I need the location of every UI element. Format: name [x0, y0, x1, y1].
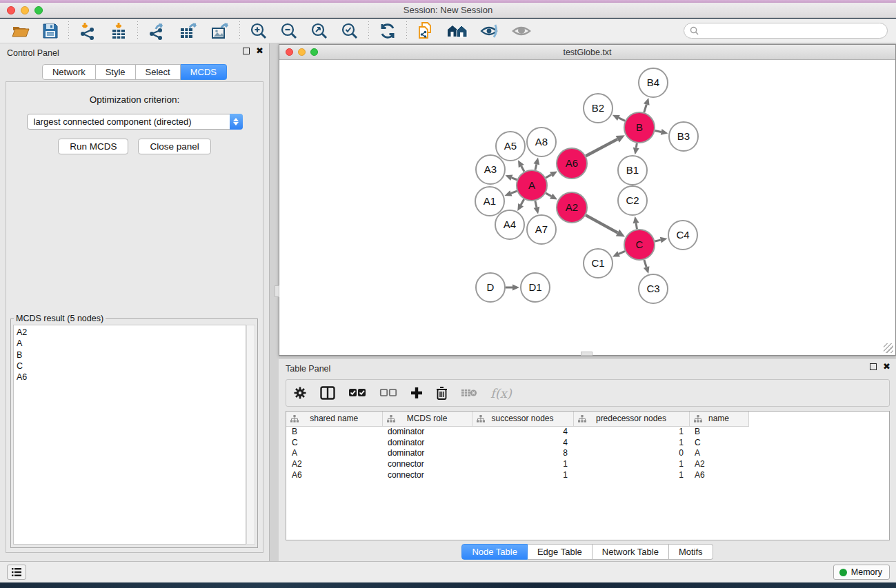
deselect-all-button[interactable]	[379, 388, 397, 398]
window-resize-grip[interactable]	[884, 343, 893, 353]
panel-divider-handle-bottom[interactable]	[581, 352, 593, 356]
network-window-titlebar[interactable]: testGlobe.txt	[279, 45, 895, 60]
edge-B-B1[interactable]	[636, 143, 637, 148]
mcds-result-list[interactable]: A2ABCA6	[13, 325, 246, 545]
tab-network-table[interactable]: Network Table	[593, 544, 669, 560]
column-view-button[interactable]	[320, 386, 335, 400]
tab-network[interactable]: Network	[42, 64, 96, 80]
table-row[interactable]: Adominator80A	[286, 448, 889, 459]
graph-node-A[interactable]: A	[517, 170, 547, 201]
edge-C-C3[interactable]	[644, 260, 646, 267]
tab-edge-table[interactable]: Edge Table	[528, 544, 593, 560]
duplicate-network-button[interactable]	[410, 21, 441, 41]
network-canvas[interactable]: B4B2BB3A5A8A6A3B1AA1C2A2A4A7CC4C1C3DD1	[280, 61, 895, 354]
graph-node-B[interactable]: B	[624, 112, 655, 143]
function-builder-button[interactable]: f(x)	[490, 386, 512, 401]
edge-A-A8[interactable]	[535, 164, 537, 170]
zoom-out-button[interactable]	[274, 21, 304, 41]
open-session-button[interactable]	[6, 21, 36, 41]
graph-node-B3[interactable]: B3	[669, 122, 698, 151]
result-item[interactable]: B	[17, 349, 246, 361]
criterion-select[interactable]: largest connected component (directed)	[27, 114, 243, 130]
table-row[interactable]: Bdominator41B	[286, 426, 889, 437]
import-network-button[interactable]	[72, 21, 103, 41]
search-field[interactable]	[684, 23, 888, 39]
result-item[interactable]: A6	[17, 372, 246, 383]
tab-mcds[interactable]: MCDS	[181, 64, 227, 80]
zoom-in-button[interactable]	[243, 21, 274, 41]
run-mcds-button[interactable]: Run MCDS	[58, 139, 128, 154]
edge-B-B4[interactable]	[644, 105, 647, 112]
delete-column-button[interactable]	[436, 386, 448, 400]
result-item[interactable]: C	[17, 361, 246, 372]
edge-A-A4[interactable]	[521, 199, 524, 205]
graph-node-C4[interactable]: C4	[668, 221, 697, 250]
hide-panels-button[interactable]	[474, 21, 506, 41]
panel-divider-handle-left[interactable]	[275, 285, 279, 297]
edge-A-A6[interactable]	[546, 174, 551, 177]
edge-A-A2[interactable]	[546, 193, 551, 196]
tab-style[interactable]: Style	[96, 64, 136, 80]
tab-node-table[interactable]: Node Table	[461, 544, 528, 560]
search-input[interactable]	[702, 26, 882, 36]
graph-node-B1[interactable]: B1	[618, 156, 647, 185]
import-table-button[interactable]	[103, 21, 134, 41]
edge-B-B2[interactable]	[619, 118, 625, 121]
edge-A6-B[interactable]	[586, 139, 617, 156]
delete-table-button[interactable]	[461, 387, 477, 398]
close-panel-button[interactable]: Close panel	[138, 139, 210, 154]
refresh-layout-button[interactable]	[372, 21, 403, 41]
graph-node-B4[interactable]: B4	[639, 68, 668, 97]
graph-node-A6[interactable]: A6	[557, 148, 587, 179]
zoom-selected-button[interactable]	[335, 21, 365, 41]
select-all-button[interactable]	[348, 388, 366, 398]
network-graph[interactable]: B4B2BB3A5A8A6A3B1AA1C2A2A4A7CC4C1C3DD1	[280, 61, 896, 355]
float-panel-icon[interactable]	[243, 48, 250, 54]
column-header-name[interactable]: name	[689, 412, 748, 426]
tab-motifs[interactable]: Motifs	[669, 544, 713, 560]
float-table-panel-icon[interactable]	[870, 363, 877, 370]
home-view-button[interactable]	[441, 21, 474, 41]
show-panels-button[interactable]	[506, 21, 537, 41]
column-header-MCDS-role[interactable]: MCDS role	[382, 412, 472, 426]
graph-node-C2[interactable]: C2	[618, 186, 647, 215]
table-row[interactable]: A2connector11A2	[286, 458, 889, 469]
column-header-predecessor-nodes[interactable]: predecessor nodes	[573, 412, 689, 426]
edge-A-A5[interactable]	[521, 166, 524, 172]
export-image-button[interactable]	[204, 21, 236, 41]
edge-A-A7[interactable]	[535, 201, 537, 207]
graph-node-B2[interactable]: B2	[584, 94, 613, 123]
edge-A-A1[interactable]	[511, 191, 517, 193]
memory-button[interactable]: Memory	[833, 565, 890, 580]
export-table-button[interactable]	[172, 21, 204, 41]
zoom-fit-button[interactable]	[304, 21, 335, 41]
edge-A-A3[interactable]	[512, 178, 517, 180]
edge-C-C1[interactable]	[619, 251, 625, 254]
graph-node-D[interactable]: D	[476, 273, 505, 302]
add-column-button[interactable]	[410, 387, 423, 399]
table-row[interactable]: A6connector11A6	[286, 469, 889, 480]
graph-node-A1[interactable]: A1	[475, 187, 504, 216]
table-row[interactable]: Cdominator41C	[286, 437, 889, 448]
table-settings-button[interactable]	[293, 386, 307, 400]
save-session-button[interactable]	[36, 21, 65, 41]
edge-A2-C[interactable]	[586, 215, 617, 233]
edge-C-C2[interactable]	[636, 223, 637, 230]
graph-node-D1[interactable]: D1	[521, 273, 550, 302]
graph-node-A7[interactable]: A7	[527, 215, 556, 244]
graph-node-C1[interactable]: C1	[584, 249, 613, 278]
graph-node-A8[interactable]: A8	[527, 128, 556, 156]
graph-node-A5[interactable]: A5	[496, 132, 525, 161]
edge-C-C4[interactable]	[655, 240, 660, 241]
column-header-shared-name[interactable]: shared name	[286, 412, 382, 426]
result-list-scrollbar[interactable]	[246, 325, 255, 545]
graph-node-C3[interactable]: C3	[639, 274, 668, 303]
graph-node-C[interactable]: C	[624, 230, 655, 260]
graph-node-A3[interactable]: A3	[476, 155, 505, 184]
result-item[interactable]: A	[17, 338, 246, 349]
export-network-button[interactable]	[141, 21, 172, 41]
graph-node-A4[interactable]: A4	[495, 210, 524, 239]
result-item[interactable]: A2	[17, 327, 246, 338]
column-header-successor-nodes[interactable]: successor nodes	[472, 412, 573, 426]
task-history-button[interactable]	[7, 565, 26, 580]
